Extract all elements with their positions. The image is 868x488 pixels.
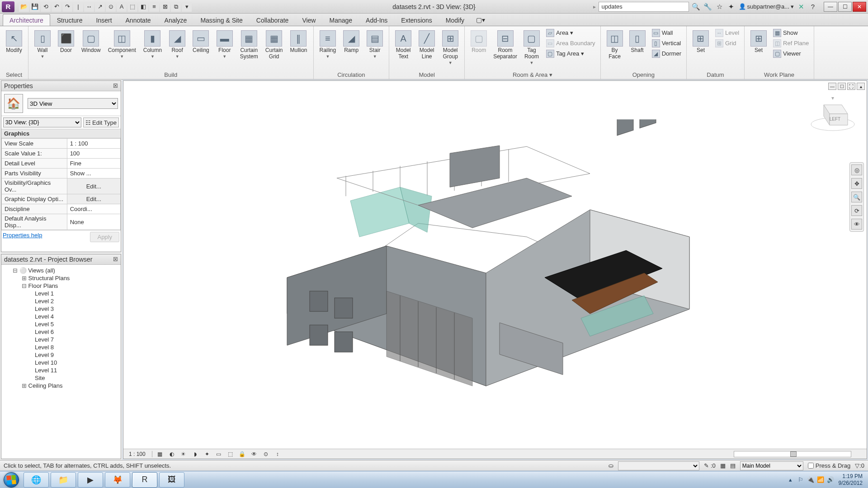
tab-insert[interactable]: Insert bbox=[90, 14, 119, 26]
tree-item[interactable]: Level 2 bbox=[3, 297, 119, 305]
view-arrow-icon[interactable]: ▴ bbox=[857, 83, 865, 90]
dormer-button[interactable]: ◢Dormer bbox=[650, 49, 684, 59]
roof-button[interactable]: ◢Roof▼ bbox=[166, 28, 189, 70]
qat-text-icon[interactable]: A bbox=[117, 2, 127, 12]
key-icon[interactable]: 🔧 bbox=[703, 2, 712, 11]
visual-style-icon[interactable]: ◐ bbox=[168, 450, 176, 458]
viewcube[interactable]: LEFT bbox=[808, 94, 858, 134]
constraint-icon[interactable]: ↕ bbox=[274, 450, 282, 458]
wall-button[interactable]: ▭Wall bbox=[650, 28, 684, 38]
exchange-icon[interactable]: ✕ bbox=[797, 2, 806, 11]
design-option-selector[interactable]: Main Model bbox=[740, 461, 803, 470]
tab-analyze[interactable]: Analyze bbox=[158, 14, 194, 26]
edit-type-button[interactable]: ☷ Edit Type bbox=[83, 117, 119, 127]
prop-row[interactable]: Visibility/Graphics Ov...Edit... bbox=[2, 178, 121, 194]
panel-close-icon[interactable]: ☒ bbox=[113, 83, 118, 89]
tab-extensions[interactable]: Extensions bbox=[394, 14, 439, 26]
panel-close-icon[interactable]: ☒ bbox=[113, 256, 118, 263]
shaft-button[interactable]: ▯Shaft bbox=[626, 28, 649, 70]
star2-icon[interactable]: ✦ bbox=[727, 2, 736, 11]
level-button[interactable]: ↔Level bbox=[713, 28, 741, 38]
area--button[interactable]: ▱Area ▾ bbox=[544, 28, 598, 38]
view-scale[interactable]: 1 : 100 bbox=[126, 451, 148, 457]
tree-root[interactable]: ⊟ ⚪ Views (all) bbox=[3, 267, 119, 274]
crop2-icon[interactable]: ⬚ bbox=[226, 450, 235, 458]
tab-addins[interactable]: Add-Ins bbox=[359, 14, 394, 26]
crop-icon[interactable]: ▭ bbox=[215, 450, 223, 458]
prop-row[interactable]: Parts VisibilityShow ... bbox=[2, 169, 121, 178]
tab-structure[interactable]: Structure bbox=[50, 14, 90, 26]
qat-tag-icon[interactable]: ⊙ bbox=[106, 2, 116, 12]
workset-icon[interactable]: ⛀ bbox=[609, 462, 613, 469]
reveal-icon[interactable]: ⊙ bbox=[262, 450, 270, 458]
shadow-icon[interactable]: ◗ bbox=[191, 450, 199, 458]
tree-item[interactable]: Level 3 bbox=[3, 305, 119, 313]
by-face-button[interactable]: ◫ByFace bbox=[604, 28, 626, 70]
door-button[interactable]: ⬛Door bbox=[55, 28, 77, 70]
type-selector[interactable]: 3D View bbox=[28, 98, 118, 109]
maximize-button[interactable]: ☐ bbox=[838, 2, 852, 12]
clock[interactable]: 1:19 PM 9/26/2012 bbox=[836, 473, 865, 486]
model-text-button[interactable]: AModelText bbox=[392, 28, 415, 70]
prop-row[interactable]: Default Analysis Disp...None bbox=[2, 214, 121, 230]
column-button[interactable]: ▮Column▼ bbox=[140, 28, 165, 70]
tab-collaborate[interactable]: Collaborate bbox=[250, 14, 296, 26]
component-button[interactable]: ◫Component▼ bbox=[105, 28, 139, 70]
tree-group[interactable]: ⊞ Ceiling Plans bbox=[3, 382, 119, 389]
apply-button[interactable]: Apply bbox=[90, 232, 119, 242]
view-minimize-icon[interactable]: — bbox=[828, 83, 836, 90]
sun-icon[interactable]: ☀ bbox=[179, 450, 188, 458]
grid-button[interactable]: ⊞Grid bbox=[713, 38, 741, 48]
ceiling-button[interactable]: ▭Ceiling bbox=[189, 28, 212, 70]
scrollbar[interactable] bbox=[734, 451, 851, 457]
room-button[interactable]: ▢Room bbox=[467, 28, 490, 70]
properties-help-link[interactable]: Properties help bbox=[3, 232, 42, 242]
task-media[interactable]: ▶ bbox=[78, 472, 103, 488]
app-menu-icon[interactable]: R bbox=[2, 1, 14, 12]
vertical-button[interactable]: ▯Vertical bbox=[650, 38, 684, 48]
tab-architecture[interactable]: Architecture bbox=[3, 14, 50, 26]
lock-icon[interactable]: 🔒 bbox=[238, 450, 246, 458]
model-group-button[interactable]: ⊞ModelGroup▼ bbox=[439, 28, 462, 70]
qat-open-icon[interactable]: 📂 bbox=[19, 2, 29, 12]
render-icon[interactable]: ✦ bbox=[203, 450, 211, 458]
nav-wheel-icon[interactable]: ◎ bbox=[851, 164, 862, 175]
model-line-button[interactable]: ╱ModelLine bbox=[415, 28, 438, 70]
nav-zoom-icon[interactable]: 🔍 bbox=[851, 192, 862, 202]
task-photos[interactable]: 🖼 bbox=[159, 472, 184, 488]
signin-button[interactable]: 👤subpartner@a...▾ bbox=[739, 3, 794, 10]
tree-item[interactable]: Level 6 bbox=[3, 328, 119, 336]
qat-dropdown-icon[interactable]: ▾ bbox=[182, 2, 192, 12]
qat-align-icon[interactable]: ↔ bbox=[84, 2, 94, 12]
qat-redo-icon[interactable]: ↷ bbox=[62, 2, 72, 12]
minimize-button[interactable]: — bbox=[824, 2, 837, 12]
tab-modify[interactable]: Modify bbox=[439, 14, 471, 26]
task-ie[interactable]: 🌐 bbox=[24, 472, 49, 488]
tree-item[interactable]: Level 4 bbox=[3, 313, 119, 320]
set-button[interactable]: ⊞Set bbox=[689, 28, 712, 70]
view-max-icon[interactable]: ⛶ bbox=[847, 83, 855, 90]
wall-button[interactable]: ▯Wall▼ bbox=[31, 28, 54, 70]
show-button[interactable]: ▦Show bbox=[771, 28, 811, 38]
detail-icon[interactable]: ▦ bbox=[156, 450, 164, 458]
tab-massing[interactable]: Massing & Site bbox=[193, 14, 249, 26]
properties-header[interactable]: Properties ☒ bbox=[1, 81, 121, 91]
tree-item[interactable]: Level 9 bbox=[3, 351, 119, 359]
tray-power-icon[interactable]: 🔌 bbox=[806, 475, 815, 484]
prop-row[interactable]: Scale Value 1:100 bbox=[2, 149, 121, 159]
tree-item[interactable]: Level 7 bbox=[3, 336, 119, 343]
nav-pan-icon[interactable]: ✥ bbox=[851, 178, 862, 189]
tree-item[interactable]: Level 5 bbox=[3, 320, 119, 328]
qat-save-icon[interactable]: 💾 bbox=[30, 2, 40, 12]
railing-button[interactable]: ≡Railing▼ bbox=[316, 28, 340, 70]
viewer-button[interactable]: ▢Viewer bbox=[771, 49, 811, 59]
tree-item[interactable]: Level 1 bbox=[3, 290, 119, 297]
tree-group[interactable]: ⊟ Floor Plans bbox=[3, 282, 119, 290]
search-input[interactable]: updates bbox=[599, 2, 689, 12]
window-button[interactable]: ▢Window bbox=[78, 28, 104, 70]
filter-icon[interactable]: ▽:0 bbox=[855, 462, 864, 469]
tray-network-icon[interactable]: 📶 bbox=[816, 475, 825, 484]
curtain-grid-button[interactable]: ▦CurtainGrid bbox=[262, 28, 286, 70]
tag-room-button[interactable]: ▢TagRoom▼ bbox=[520, 28, 543, 70]
tab-annotate[interactable]: Annotate bbox=[119, 14, 158, 26]
